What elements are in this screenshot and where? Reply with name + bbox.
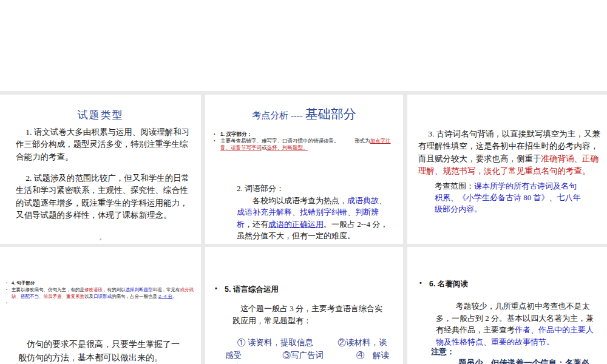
slide-classics-reading: • 6. 名著阅读 考题较少，几所重点初中考查也不是太多，一般占到 2 分。基本…: [407, 247, 607, 364]
slide2-title: 考点分析 ---- 基础部分: [205, 106, 403, 123]
slide1-page-number: 2: [0, 237, 201, 241]
bullet-icon: •: [6, 287, 12, 300]
slide-sentence-section: • 4. 句子部分 • 主要以修改病句、仿句为主，有的是修改语段，有的则以选择判…: [0, 247, 201, 364]
slide2-b2-text: 或: [262, 144, 267, 150]
slide2-s2-text: ，还有: [245, 220, 268, 229]
bullet-icon: •: [6, 280, 12, 287]
slide4-bullet-1: 4. 句子部分: [12, 280, 194, 287]
slide2-b2-red-2: 选择、判断题型。: [267, 144, 308, 150]
slide2-s2-text: 各校均以成语考查为热点，: [253, 196, 347, 205]
slide3-scope-paragraph: 考查范围：课本所学的所有古诗词及名句积累、《小学生必备古诗 80 首》、七八年级…: [435, 181, 584, 215]
slide-poetry-recitation: 3. 古诗词名句背诵，以直接默写填空为主，又兼有理解性填空，这是各初中在招生时的…: [407, 95, 607, 244]
slide5-question-types: ① 读资料，提取信息 ②读材料，谈 感受 ③写广告词 ④ 解读 图表等: [225, 337, 392, 364]
slide4-b2-text: ，有的则以: [103, 287, 126, 292]
slide2-title-main: 基础部分: [305, 107, 356, 121]
slide4-b2-red: 前后矛盾、重复累赘: [44, 294, 85, 299]
slide3-scope-label: 考查范围：: [435, 181, 474, 190]
slide2-b2-text: 主要考查易错字、难写字、口语习惯中的错误读音。 形式为: [220, 138, 370, 144]
slide2-s2-blue-2: 成语的正确运用: [268, 220, 324, 229]
slide6-heading-row: • 6. 名著阅读: [419, 279, 468, 289]
slide4-b2-score: 2--4 分: [158, 294, 172, 299]
bullet-icon: •: [6, 300, 12, 306]
slide4-b2-text: 。: [172, 294, 177, 299]
slide4-b2-blue: 搭配不当: [21, 294, 39, 299]
slide2-bullet-1: 1. 汉字部分：: [220, 131, 398, 138]
bullet-row: • 主要考查易错字、难写字、口语习惯中的错误读音。 形式为加点字注音、读音节写字…: [214, 138, 398, 151]
bullet-icon: •: [419, 279, 429, 289]
slide2-hanzi-section: • 1. 汉字部分： • 主要考查易错字、难写字、口语习惯中的错误读音。 形式为…: [214, 131, 398, 151]
bullet-icon: •: [214, 138, 220, 151]
slide4-b2-red: 修改语段: [84, 287, 103, 292]
slide1-paragraph-1: 1. 语文试卷大多由积累与运用、阅读理解和习作三部分构成，题型灵活多变，特别注重…: [16, 126, 191, 163]
bullet-icon: •: [215, 285, 225, 295]
slide6-note-text: 题虽少，但传递着一个信息：名著必: [458, 358, 589, 364]
slide5-paragraph: 这个题一般占 3 分，主要考查语言综合实践应用，常见题型有：: [232, 303, 390, 326]
slide1-paragraph-2: 2. 试题涉及的范围比较广，但又和学生的日常生活和学习紧密联系，主观性、探究性、…: [16, 172, 191, 221]
slide4-b2-text: 出现，常见有: [153, 287, 180, 292]
slide6-note-label: 注意：: [431, 346, 455, 357]
slide4-b2-text: 、: [16, 294, 21, 299]
slide2-section2-heading: 2. 词语部分：: [237, 183, 391, 195]
slide2-section2-paragraph: 各校均以成语考查为热点，成语典故、成语补充并解释、找错别字纠错、判断辨析，还有成…: [237, 195, 391, 242]
slide4-bullet-2: 主要以修改病句、仿句为主，有的是修改语段，有的则以选择判断题型出现，常见有成分残…: [12, 287, 194, 300]
slide4-b2-text: 、: [39, 294, 44, 299]
bullet-row: • 4. 句子部分: [6, 280, 194, 287]
bullet-row: • 主要以修改病句、仿句为主，有的是修改语段，有的则以选择判断题型出现，常见有成…: [6, 287, 194, 300]
slide6-heading: 6. 名著阅读: [429, 279, 468, 289]
slide5-type-line: 感受 ③写广告词 ④ 解读: [225, 349, 392, 362]
slide4-imitation-note: 仿句的要求不是很高，只要学生掌握了一般仿句的方法，基本都可以做出来的。: [18, 338, 185, 364]
slide4-b2-text: 主要以修改病句、仿句为主，有的是: [12, 287, 84, 292]
slide4-b2-blue: 选择判断题型: [126, 287, 153, 292]
slide-question-types: 试题类型 1. 语文试卷大多由积累与运用、阅读理解和习作三部分构成，题型灵活多变…: [0, 95, 201, 244]
slide4-b2-text: 以及: [84, 294, 93, 299]
slide5-heading: 5. 语言综合运用: [225, 285, 279, 295]
slide1-title: 试题类型: [0, 108, 201, 122]
bullet-row: • 1. 汉字部分：: [214, 131, 398, 138]
bullet-icon: •: [214, 131, 220, 138]
slide4-small-print: • 4. 句子部分 • 主要以修改病句、仿句为主，有的是修改语段，有的则以选择判…: [6, 280, 194, 305]
slide4-bullet-3-empty: [12, 300, 194, 306]
slide4-b2-text: 的病句，占分一般也是: [112, 294, 158, 299]
blank-top-area: [0, 0, 607, 91]
slide2-title-prefix: 考点分析 ----: [252, 110, 303, 120]
slide3-paragraph-1: 3. 古诗词名句背诵，以直接默写填空为主，又兼有理解性填空，这是各初中在招生时的…: [418, 128, 601, 177]
slide5-heading-row: • 5. 语言综合运用: [215, 285, 279, 295]
bullet-row: •: [6, 300, 194, 306]
slide2-ciyu-section: 2. 词语部分： 各校均以成语考查为热点，成语典故、成语补充并解释、找错别字纠错…: [237, 183, 391, 242]
slide4-b2-blue: 口误形成: [93, 294, 112, 299]
slide2-bullet-2: 主要考查易错字、难写字、口语习惯中的错误读音。 形式为加点字注音、读音节写字词或…: [220, 138, 398, 151]
slide-basics-analysis: 考点分析 ---- 基础部分 • 1. 汉字部分： • 主要考查易错字、难写字、…: [205, 95, 403, 244]
slide-grid: 试题类型 1. 语文试卷大多由积累与运用、阅读理解和习作三部分构成，题型灵活多变…: [0, 91, 607, 364]
slide-language-application: • 5. 语言综合运用 这个题一般占 3 分，主要考查语言综合实践应用，常见题型…: [205, 247, 403, 364]
slide6-paragraph: 考题较少，几所重点初中考查也不是太多，一般占到 2 分。基本以四大名著为主，兼有…: [436, 300, 599, 348]
slide5-type-line: ① 读资料，提取信息 ②读材料，谈: [225, 337, 392, 349]
